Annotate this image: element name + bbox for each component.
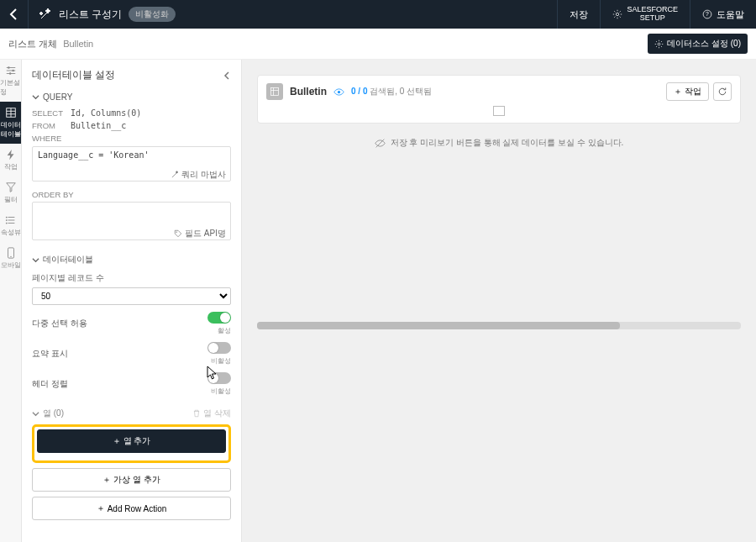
chevron-down-icon	[32, 410, 39, 418]
multi-select-label: 다중 선택 허용	[32, 318, 87, 329]
tag-icon	[174, 229, 182, 238]
eye-icon	[333, 87, 344, 97]
svg-point-13	[176, 232, 177, 233]
object-name: Bulletin	[290, 86, 327, 97]
sidebar-item-mobile[interactable]: 모바일	[0, 242, 21, 275]
magic-wand-icon	[39, 8, 52, 21]
question-icon: ?	[702, 9, 712, 19]
sliders-icon	[5, 65, 17, 76]
chevron-down-icon	[32, 93, 39, 101]
svg-point-15	[338, 90, 340, 92]
preview-notice: 저장 후 미리보기 버튼을 통해 실제 데이터를 보실 수 있습니다.	[257, 129, 741, 157]
svg-point-8	[5, 217, 7, 218]
funnel-icon	[5, 182, 17, 193]
table-header-placeholder	[266, 101, 732, 116]
sidebar-item-basic[interactable]: 기본설정	[0, 60, 21, 102]
svg-rect-14	[271, 88, 279, 96]
salesforce-setup-link[interactable]: SALESFORCESETUP	[600, 0, 690, 29]
sidebar-item-summary[interactable]: 속성뷰	[0, 209, 21, 242]
gear-icon	[612, 9, 622, 19]
sidebar-item-action[interactable]: 작업	[0, 144, 21, 176]
query-section-toggle[interactable]: QUERY	[32, 92, 231, 102]
svg-point-6	[8, 72, 10, 74]
datasource-settings-button[interactable]: 데이터소스 설정 (0)	[648, 34, 748, 54]
arrow-left-icon	[8, 8, 21, 21]
sidebar-item-datatable[interactable]: 데이터 테이블	[0, 102, 21, 144]
bolt-icon	[5, 149, 17, 160]
panel-collapse-button[interactable]	[223, 71, 231, 80]
card-action-button[interactable]: ＋작업	[666, 82, 709, 101]
svg-point-9	[5, 219, 7, 221]
horizontal-scrollbar[interactable]	[257, 322, 741, 329]
summary-show-label: 요약 표시	[32, 348, 68, 360]
list-icon	[5, 214, 17, 226]
multi-select-toggle[interactable]	[207, 312, 231, 324]
chevron-down-icon	[32, 256, 39, 264]
summary-show-toggle[interactable]	[207, 342, 231, 354]
settings-panel: 데이터테이블 설정 QUERY SELECTId, Columns(0) FRO…	[22, 60, 242, 542]
from-value: Bulletin__c	[71, 121, 126, 130]
header-align-label: 헤더 정렬	[32, 378, 68, 390]
refresh-button[interactable]	[713, 82, 732, 101]
svg-text:?: ?	[706, 11, 709, 17]
table-icon	[5, 107, 17, 118]
page-title: 리스트 구성기	[59, 8, 122, 22]
eye-off-icon	[375, 138, 386, 149]
help-link[interactable]: ? 도움말	[690, 0, 756, 29]
delete-columns-button[interactable]: 열 삭제	[192, 408, 231, 419]
svg-point-3	[658, 43, 660, 45]
preview-canvas: Bulletin 0 / 0 검색됨, 0 선택됨 ＋작업 저장 후 미리보기 …	[242, 60, 756, 542]
svg-point-0	[617, 13, 619, 15]
svg-point-5	[12, 70, 13, 71]
add-column-button[interactable]: ＋열 추가	[37, 429, 226, 453]
back-button[interactable]	[0, 0, 29, 29]
object-icon	[266, 83, 283, 100]
panel-title: 데이터테이블 설정	[32, 68, 115, 82]
add-row-action-button[interactable]: ＋Add Row Action	[32, 497, 231, 520]
add-virtual-column-button[interactable]: ＋가상 열 추가	[32, 468, 231, 492]
field-api-link[interactable]: 필드 API명	[174, 228, 226, 239]
svg-point-4	[8, 66, 9, 68]
sidebar-item-filter[interactable]: 필터	[0, 176, 21, 209]
svg-point-10	[5, 223, 7, 224]
query-wizard-link[interactable]: 쿼리 마법사	[171, 169, 226, 181]
chevron-left-icon	[223, 71, 231, 80]
save-button[interactable]: 저장	[557, 0, 600, 29]
datatable-section-toggle[interactable]: 데이터테이블	[32, 254, 231, 266]
sidebar-rail: 기본설정 데이터 테이블 작업 필터 속성뷰 모바일	[0, 60, 22, 542]
magic-wand-icon	[171, 171, 179, 179]
select-value: Id, Columns(0)	[71, 108, 141, 118]
page-records-select[interactable]: 50	[32, 287, 231, 305]
columns-section-toggle[interactable]: 열 (0)	[43, 408, 64, 419]
record-stats: 0 / 0 검색됨, 0 선택됨	[351, 86, 432, 97]
breadcrumb: 리스트 개체 Bulletin	[8, 38, 93, 50]
refresh-icon	[717, 87, 727, 97]
gear-icon	[654, 39, 664, 49]
svg-point-12	[10, 256, 11, 257]
mobile-icon	[5, 247, 17, 259]
header-align-toggle[interactable]	[207, 372, 231, 384]
status-badge: 비활성화	[129, 7, 176, 22]
trash-icon	[192, 409, 201, 418]
